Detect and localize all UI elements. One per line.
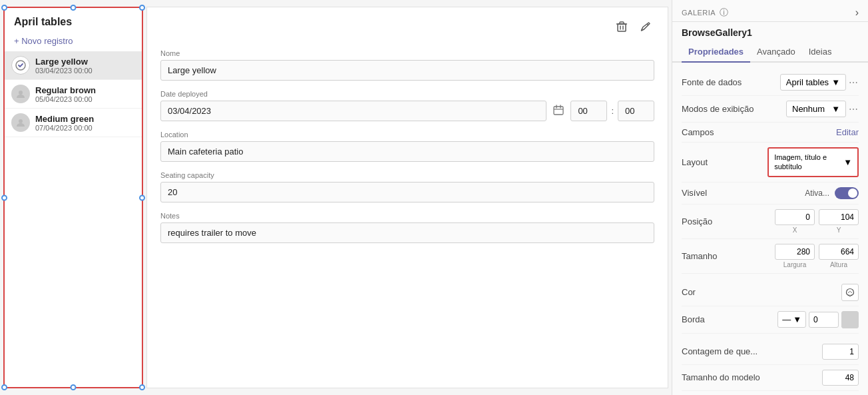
tamanho-h-label: Altura	[830, 261, 847, 268]
edit-icon[interactable]	[637, 18, 654, 39]
tamanho-h-input[interactable]	[819, 244, 859, 260]
cor-picker[interactable]	[841, 284, 859, 301]
record-item[interactable]: Medium green 07/04/2023 00:00	[5, 109, 142, 137]
visivel-status: Ativa...	[805, 189, 829, 198]
record-date: 03/04/2023 00:00	[35, 67, 93, 75]
layout-dropdown[interactable]: Imagem, título e subtítulo ▼	[767, 147, 859, 177]
nome-field-group: Nome	[160, 49, 654, 81]
handle-ml[interactable]	[1, 195, 7, 200]
contagem-input[interactable]	[822, 344, 859, 360]
right-tabs: Propriedades Avançado Ideias	[672, 42, 868, 63]
fonte-value: April tables	[786, 77, 829, 87]
nome-input[interactable]	[160, 60, 654, 81]
modos-dropdown[interactable]: Nenhum ▼	[786, 101, 846, 117]
handle-br[interactable]	[139, 384, 145, 390]
handle-tl[interactable]	[1, 5, 7, 11]
record-item[interactable]: Regular brown 05/04/2023 00:00	[5, 80, 142, 109]
modos-value: Nenhum	[792, 104, 825, 114]
pos-y-label: Y	[837, 226, 841, 234]
handle-tm[interactable]	[71, 5, 77, 11]
svg-point-8	[849, 290, 851, 292]
notes-label: Notes	[160, 212, 654, 220]
borda-color-picker[interactable]	[841, 311, 859, 328]
borda-control: — ▼	[777, 311, 859, 328]
seating-label: Seating capacity	[160, 171, 654, 179]
tab-avancado[interactable]: Avançado	[750, 42, 802, 63]
handle-tr[interactable]	[139, 5, 145, 11]
campos-row: Campos Editar	[682, 123, 859, 143]
modelo-label: Tamanho do modelo	[682, 372, 760, 382]
tamanho-w-group: Largura	[775, 244, 815, 268]
help-icon[interactable]: ⓘ	[720, 7, 728, 19]
visivel-row: Visível Ativa...	[682, 183, 859, 204]
modelo-input[interactable]	[822, 370, 859, 386]
gallery-name: BrowseGallery1	[672, 22, 868, 42]
tamanho-h-group: Altura	[819, 244, 859, 268]
time-input-2[interactable]	[618, 101, 654, 121]
tamanho-w-input[interactable]	[775, 244, 815, 260]
cor-label: Cor	[682, 287, 696, 297]
new-record-button[interactable]: + Novo registro	[5, 33, 142, 51]
svg-rect-3	[618, 24, 626, 31]
gallery-panel: April tables + Novo registro Large yello…	[3, 7, 143, 388]
location-input[interactable]	[160, 141, 654, 162]
layout-value: Imagem, título e subtítulo	[774, 153, 841, 172]
tamanho-control: Largura Altura	[775, 244, 859, 268]
chevron-down-icon: ▼	[831, 104, 840, 114]
chevron-down-icon: ▼	[843, 157, 852, 167]
cor-row: Cor	[682, 279, 859, 306]
contagem-row: Contagem de que...	[682, 339, 859, 365]
date-deployed-label: Date deployed	[160, 90, 654, 98]
notes-input[interactable]	[160, 222, 654, 243]
record-info: Large yellow 03/04/2023 00:00	[35, 57, 93, 75]
chevron-down-icon: ▼	[831, 77, 840, 87]
borda-num-input[interactable]	[809, 312, 839, 328]
props-section: Fonte de dados April tables ▼ ⋯ Modos de…	[672, 63, 868, 395]
pos-x-input[interactable]	[775, 209, 815, 225]
visivel-label: Visível	[682, 188, 707, 198]
visivel-toggle[interactable]	[835, 187, 859, 199]
location-group: Location	[160, 131, 654, 162]
fonte-row: Fonte de dados April tables ▼ ⋯	[682, 69, 859, 96]
pos-y-input[interactable]	[819, 209, 859, 225]
modos-row: Modos de exibição Nenhum ▼ ⋯	[682, 96, 859, 123]
seating-input[interactable]	[160, 182, 654, 202]
borda-label: Borda	[682, 314, 705, 324]
handle-bm[interactable]	[71, 384, 77, 390]
layout-label: Layout	[682, 157, 708, 167]
record-item[interactable]: Large yellow 03/04/2023 00:00	[5, 51, 142, 80]
fonte-dots[interactable]: ⋯	[849, 77, 859, 88]
record-list: Large yellow 03/04/2023 00:00 Regular br…	[5, 51, 142, 387]
handle-mr[interactable]	[139, 195, 145, 200]
borda-style-dropdown[interactable]: — ▼	[777, 311, 806, 328]
avatar	[11, 85, 30, 103]
modos-dots[interactable]: ⋯	[849, 104, 859, 115]
modelo-row: Tamanho do modelo	[682, 365, 859, 391]
chevron-right-icon[interactable]: ›	[855, 7, 859, 19]
tamanho-row: Tamanho Largura Altura	[682, 239, 859, 274]
fonte-dropdown[interactable]: April tables ▼	[780, 74, 846, 91]
time-input-1[interactable]	[570, 101, 607, 121]
handle-bl[interactable]	[1, 384, 7, 390]
nome-label: Nome	[160, 49, 654, 57]
record-info: Regular brown 05/04/2023 00:00	[35, 85, 96, 103]
calendar-icon[interactable]	[550, 102, 566, 120]
svg-rect-5	[554, 107, 563, 115]
fonte-label: Fonte de dados	[682, 77, 742, 87]
chevron-down-icon: ▼	[793, 314, 801, 324]
galeria-label: GALERIA	[682, 9, 716, 17]
toolbar	[160, 18, 654, 39]
svg-point-2	[19, 119, 23, 123]
pos-x-group: X	[775, 209, 815, 234]
panel-title: April tables	[5, 8, 142, 33]
fonte-control: April tables ▼ ⋯	[780, 74, 859, 91]
delete-icon[interactable]	[613, 18, 630, 39]
date-input[interactable]	[160, 101, 546, 121]
tab-propriedades[interactable]: Propriedades	[682, 42, 750, 63]
time-separator: :	[611, 106, 614, 116]
editar-button[interactable]: Editar	[836, 127, 859, 137]
tab-ideias[interactable]: Ideias	[802, 42, 839, 63]
date-deployed-group: Date deployed :	[160, 90, 654, 121]
campos-label: Campos	[682, 127, 714, 137]
posicao-row: Posição X Y	[682, 204, 859, 239]
